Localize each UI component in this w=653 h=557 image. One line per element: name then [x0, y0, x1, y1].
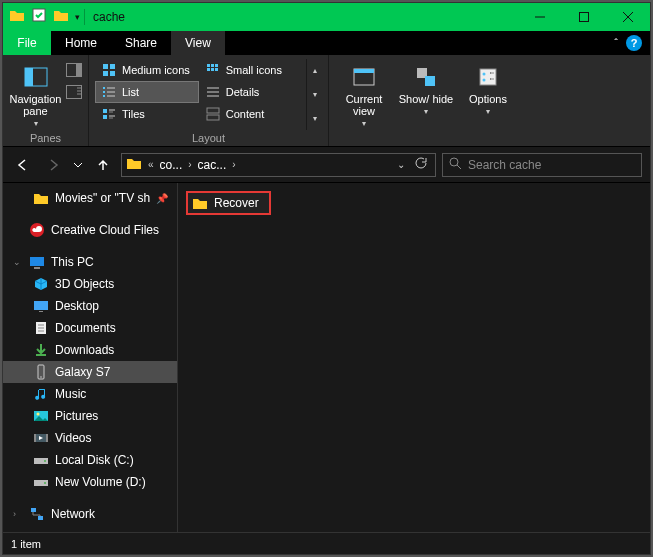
ribbon-group-label: Panes	[9, 130, 82, 144]
show-hide-button[interactable]: Show/ hide ▾	[397, 59, 455, 116]
file-name: Recover	[214, 196, 259, 210]
svg-rect-25	[103, 91, 105, 93]
help-icon[interactable]: ?	[626, 35, 642, 51]
tab-file[interactable]: File	[3, 31, 51, 55]
svg-point-60	[40, 376, 42, 378]
more-icon[interactable]: ▾	[307, 106, 322, 130]
layout-tiles[interactable]: Tiles	[95, 103, 199, 125]
svg-rect-64	[34, 434, 36, 442]
3d-objects-icon	[33, 276, 49, 292]
svg-point-67	[44, 460, 46, 462]
sidebar-item-music[interactable]: Music	[3, 383, 177, 405]
ribbon-tabs: File Home Share View ˆ ?	[3, 31, 650, 55]
sidebar-item-this-pc[interactable]: ⌄ This PC	[3, 251, 177, 273]
window-controls	[518, 3, 650, 31]
properties-icon[interactable]	[31, 7, 47, 27]
minimize-button[interactable]	[518, 3, 562, 31]
search-placeholder: Search cache	[468, 158, 541, 172]
options-button[interactable]: Options ▾	[459, 59, 517, 116]
layout-gallery-scroll[interactable]: ▴ ▾ ▾	[306, 59, 322, 130]
show-hide-icon	[412, 63, 440, 91]
sidebar-item-pictures[interactable]: Pictures	[3, 405, 177, 427]
sidebar-item-movies[interactable]: Movies" or "TV sh 📌	[3, 187, 177, 209]
sidebar-item-videos[interactable]: Videos	[3, 427, 177, 449]
maximize-button[interactable]	[562, 3, 606, 31]
svg-rect-38	[207, 108, 219, 113]
address-bar-row: « co... › cac... › ⌄ Search cache	[3, 147, 650, 183]
address-bar[interactable]: « co... › cac... › ⌄	[121, 153, 436, 177]
layout-small-icons[interactable]: Small icons	[199, 59, 303, 81]
chevron-right-icon[interactable]: ›	[230, 159, 237, 170]
folder-icon	[53, 7, 69, 27]
file-list[interactable]: Recover	[178, 183, 650, 532]
navigation-pane-button[interactable]: Navigation pane ▾	[9, 59, 62, 128]
tab-share[interactable]: Share	[111, 31, 171, 55]
phone-icon	[33, 364, 49, 380]
sidebar-item-new-volume[interactable]: New Volume (D:)	[3, 471, 177, 493]
details-pane-icon[interactable]	[66, 85, 82, 103]
folder-icon	[33, 190, 49, 206]
list-item-recover[interactable]: Recover	[186, 191, 271, 215]
qat-dropdown-icon[interactable]: ▾	[75, 12, 80, 22]
chevron-right-icon[interactable]: ›	[186, 159, 193, 170]
chevron-right-icon[interactable]: «	[146, 159, 156, 170]
titlebar: ▾ cache	[3, 3, 650, 31]
recent-locations-button[interactable]	[71, 153, 85, 177]
forward-button[interactable]	[41, 153, 65, 177]
sidebar-item-local-disk[interactable]: Local Disk (C:)	[3, 449, 177, 471]
folder-icon	[192, 195, 208, 211]
content-area: Movies" or "TV sh 📌 Creative Cloud Files…	[3, 183, 650, 532]
svg-rect-71	[38, 516, 43, 520]
svg-rect-19	[215, 64, 218, 67]
sidebar-item-documents[interactable]: Documents	[3, 317, 177, 339]
svg-point-46	[483, 79, 486, 82]
tab-view[interactable]: View	[171, 31, 225, 55]
back-button[interactable]	[11, 153, 35, 177]
search-input[interactable]: Search cache	[442, 153, 642, 177]
chevron-up-icon[interactable]: ▴	[307, 59, 322, 83]
address-dropdown-icon[interactable]: ⌄	[397, 159, 405, 170]
expand-icon[interactable]: ⌄	[13, 257, 23, 267]
svg-rect-65	[46, 434, 48, 442]
sidebar-item-galaxy-s7[interactable]: Galaxy S7	[3, 361, 177, 383]
preview-pane-icon[interactable]	[66, 63, 82, 81]
pictures-icon	[33, 408, 49, 424]
sidebar-item-creative-cloud[interactable]: Creative Cloud Files	[3, 219, 177, 241]
svg-rect-27	[103, 95, 105, 97]
chevron-down-icon[interactable]: ▾	[307, 83, 322, 107]
refresh-icon[interactable]	[409, 156, 431, 173]
layout-details[interactable]: Details	[199, 81, 303, 103]
layout-medium-icons[interactable]: Medium icons	[95, 59, 199, 81]
svg-rect-50	[30, 257, 44, 266]
svg-rect-70	[31, 508, 36, 512]
sidebar-item-desktop[interactable]: Desktop	[3, 295, 177, 317]
svg-line-48	[457, 165, 461, 169]
sidebar-item-3d-objects[interactable]: 3D Objects	[3, 273, 177, 295]
breadcrumb[interactable]: co...	[160, 158, 183, 172]
item-count: 1 item	[11, 538, 41, 550]
sidebar-item-downloads[interactable]: Downloads	[3, 339, 177, 361]
tab-home[interactable]: Home	[51, 31, 111, 55]
layout-list[interactable]: List	[95, 81, 199, 103]
svg-rect-22	[215, 68, 218, 71]
quick-access-toolbar: ▾	[3, 7, 80, 27]
breadcrumb[interactable]: cac...	[198, 158, 227, 172]
folder-icon	[126, 155, 142, 174]
creative-cloud-icon	[29, 222, 45, 238]
collapse-ribbon-icon[interactable]: ˆ	[614, 37, 618, 49]
current-view-icon	[350, 63, 378, 91]
layout-content[interactable]: Content	[199, 103, 303, 125]
current-view-button[interactable]: Current view ▾	[335, 59, 393, 128]
sidebar-item-network[interactable]: › Network	[3, 503, 177, 525]
chevron-down-icon: ▾	[424, 107, 428, 116]
explorer-window: ▾ cache File Home Share View ˆ ?	[2, 2, 651, 555]
ribbon-group-layout: Medium icons Small icons List	[89, 55, 329, 146]
svg-rect-39	[207, 115, 219, 120]
svg-rect-51	[34, 267, 40, 269]
search-icon	[449, 157, 462, 173]
close-button[interactable]	[606, 3, 650, 31]
up-button[interactable]	[91, 153, 115, 177]
expand-icon[interactable]: ›	[13, 509, 23, 519]
chevron-down-icon: ▾	[34, 119, 38, 128]
svg-rect-16	[110, 71, 115, 76]
